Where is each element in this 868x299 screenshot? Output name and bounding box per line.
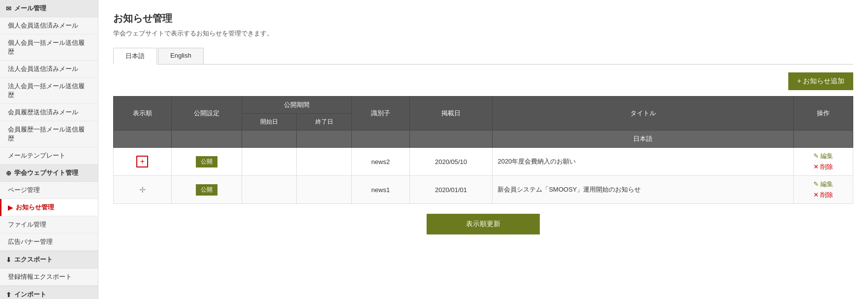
- sidebar-section-export: ⬇ エクスポート: [0, 251, 98, 268]
- sidebar-section-mail-label: メール管理: [14, 4, 46, 13]
- sidebar-item-bulk-individual[interactable]: 個人会員一括メール送信履歴: [0, 34, 98, 61]
- toolbar: + お知らせ追加: [113, 72, 853, 90]
- sidebar-section-export-label: エクスポート: [14, 255, 53, 264]
- move-handle-1[interactable]: +: [136, 156, 148, 167]
- col-display-order-sub: [114, 131, 172, 148]
- cell-publish-2: 公開: [171, 176, 242, 204]
- delete-button-2[interactable]: ✕ 削除: [799, 191, 848, 199]
- cell-display-order-1: +: [114, 148, 172, 176]
- mail-icon: ✉: [6, 5, 11, 12]
- sidebar-section-import: ⬆ インポート: [0, 286, 98, 299]
- sidebar-item-bulk-history[interactable]: 会員履歴一括メール送信履歴: [0, 121, 98, 147]
- cell-title-1: 2020年度会費納入のお願い: [493, 148, 794, 176]
- cell-operation-1: ✎ 編集 ✕ 削除: [794, 148, 853, 176]
- arrow-icon: ▶: [8, 204, 13, 211]
- cell-end-2: [297, 176, 352, 204]
- sidebar-item-export-info[interactable]: 登録情報エクスポート: [0, 268, 98, 286]
- col-publish-period: 公開期間: [242, 97, 351, 114]
- delete-button-1[interactable]: ✕ 削除: [799, 163, 848, 171]
- main-content: お知らせ管理 学会ウェブサイトで表示するお知らせを管理できます。 日本語 Eng…: [98, 0, 868, 299]
- upload-icon: ⬆: [6, 291, 11, 299]
- add-notice-button[interactable]: + お知らせ追加: [788, 72, 853, 90]
- col-postdate-sub: [409, 131, 493, 148]
- update-order-button[interactable]: 表示順更新: [427, 214, 540, 234]
- cross-icon-2: ✕: [813, 191, 819, 199]
- col-id-sub: [352, 131, 410, 148]
- sidebar-section-import-label: インポート: [14, 290, 46, 299]
- notices-table: 表示順 公開設定 公開期間 識別子 掲載日 タイトル 操作: [113, 96, 853, 204]
- col-op-sub: [794, 131, 853, 148]
- download-icon: ⬇: [6, 256, 11, 264]
- col-publish-setting: 公開設定: [171, 97, 242, 131]
- update-order-row: 表示順更新: [113, 214, 853, 234]
- tab-ja[interactable]: 日本語: [113, 48, 157, 65]
- sidebar-section-web: ⊕ 学会ウェブサイト管理: [0, 165, 98, 182]
- publish-badge-1: 公開: [196, 156, 217, 167]
- table-row: ✛ 公開 news1 2020/01/01: [114, 176, 853, 204]
- sidebar-item-page-management[interactable]: ページ管理: [0, 182, 98, 199]
- cell-start-1: [242, 148, 297, 176]
- cell-operation-2: ✎ 編集 ✕ 削除: [794, 176, 853, 204]
- cell-postdate-1: 2020/05/10: [409, 148, 493, 176]
- cross-icon: ✕: [813, 163, 819, 170]
- edit-button-2[interactable]: ✎ 編集: [799, 180, 848, 189]
- sidebar-item-file-management[interactable]: ファイル管理: [0, 216, 98, 233]
- col-title-ja-sub: 日本語: [493, 131, 794, 148]
- table-row: + 公開 news2 2020/05/10: [114, 148, 853, 176]
- cell-publish-1: 公開: [171, 148, 242, 176]
- cell-end-1: [297, 148, 352, 176]
- sidebar-section-web-label: 学会ウェブサイト管理: [14, 168, 78, 177]
- sidebar-item-notice-management[interactable]: ▶ お知らせ管理: [0, 199, 98, 216]
- sidebar: ✉ メール管理 個人会員送信済みメール 個人会員一括メール送信履歴 法人会員送信…: [0, 0, 98, 299]
- sidebar-item-mail-template[interactable]: メールテンプレート: [0, 147, 98, 165]
- col-start-sub: [242, 131, 297, 148]
- cell-start-2: [242, 176, 297, 204]
- col-display-order: 表示順: [114, 97, 172, 131]
- move-handle-2[interactable]: ✛: [139, 186, 146, 194]
- sidebar-item-bulk-corporate[interactable]: 法人会員一括メール送信履歴: [0, 78, 98, 104]
- edit-button-1[interactable]: ✎ 編集: [799, 152, 848, 161]
- cell-identifier-1: news2: [352, 148, 410, 176]
- sidebar-item-sent-individual[interactable]: 個人会員送信済みメール: [0, 17, 98, 34]
- tab-en[interactable]: English: [158, 48, 204, 64]
- col-end-sub: [297, 131, 352, 148]
- cell-title-2: 新会員システム「SMOOSY」運用開始のお知らせ: [493, 176, 794, 204]
- globe-icon: ⊕: [6, 169, 11, 177]
- cell-display-order-2: ✛: [114, 176, 172, 204]
- col-post-date: 掲載日: [409, 97, 493, 131]
- language-tabs: 日本語 English: [113, 48, 853, 65]
- page-title: お知らせ管理: [113, 12, 853, 25]
- col-end-date: 終了日: [297, 114, 352, 131]
- col-start-date: 開始日: [242, 114, 297, 131]
- cell-postdate-2: 2020/01/01: [409, 176, 493, 204]
- plus-icon: +: [140, 157, 145, 166]
- sidebar-section-mail: ✉ メール管理: [0, 0, 98, 17]
- pencil-icon: ✎: [813, 152, 819, 160]
- sidebar-item-sent-history[interactable]: 会員履歴送信済みメール: [0, 104, 98, 121]
- col-operation: 操作: [794, 97, 853, 131]
- cell-identifier-2: news1: [352, 176, 410, 204]
- publish-badge-2: 公開: [196, 184, 217, 196]
- sidebar-item-sent-corporate[interactable]: 法人会員送信済みメール: [0, 61, 98, 78]
- page-description: 学会ウェブサイトで表示するお知らせを管理できます。: [113, 29, 853, 38]
- pencil-icon-2: ✎: [813, 180, 819, 188]
- col-title: タイトル: [493, 97, 794, 131]
- col-identifier: 識別子: [352, 97, 410, 131]
- sidebar-item-banner-management[interactable]: 広告バナー管理: [0, 233, 98, 251]
- col-publish-sub: [171, 131, 242, 148]
